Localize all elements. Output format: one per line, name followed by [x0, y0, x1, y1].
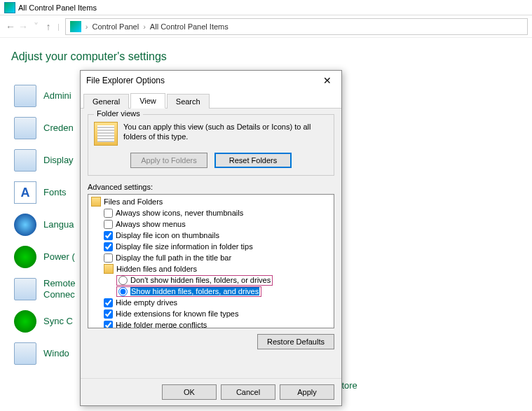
cancel-button[interactable]: Cancel: [221, 384, 275, 400]
checkbox-label: Display the full path in the title bar: [116, 253, 231, 262]
item-label: Fonts: [43, 187, 67, 198]
up-button[interactable]: ↑: [42, 21, 55, 32]
window-titlebar: All Control Panel Items: [0, 0, 532, 15]
tree-checkbox-item[interactable]: Hide folder merge conflicts: [88, 319, 334, 328]
globe-icon: [14, 214, 36, 236]
radio-show-hidden[interactable]: Show hidden files, folders, and drives: [88, 286, 334, 297]
folder-views-group: Folder views You can apply this view (su…: [88, 114, 334, 176]
control-panel-icon: [4, 2, 15, 13]
checkbox-input[interactable]: [104, 253, 113, 263]
item-label: Sync C: [43, 316, 73, 327]
dialog-titlebar[interactable]: File Explorer Options ✕: [81, 71, 341, 90]
restore-defaults-button[interactable]: Restore Defaults: [257, 334, 334, 349]
recent-dropdown[interactable]: ˅: [29, 21, 42, 32]
checkbox-label: Hide empty drives: [116, 298, 177, 307]
radio-label: Show hidden files, folders, and drives: [130, 287, 259, 295]
checkbox-input[interactable]: [104, 298, 113, 307]
tree-checkbox-item[interactable]: Always show menus: [88, 218, 334, 230]
generic-icon: [14, 117, 36, 139]
navigation-bar: ← → ˅ ↑ | › Control Panel › All Control …: [0, 15, 532, 38]
green-icon: [14, 310, 36, 333]
item-label: RemoteConnec: [43, 278, 76, 300]
ok-button[interactable]: OK: [162, 384, 217, 400]
tree-checkbox-item[interactable]: Display file icon on thumbnails: [88, 230, 334, 241]
advanced-settings-tree[interactable]: Files and Folders Always show icons, nev…: [88, 194, 334, 328]
dialog-body: Folder views You can apply this view (su…: [81, 109, 341, 354]
radio-input[interactable]: [118, 287, 128, 296]
item-label: Windo: [43, 348, 69, 359]
tab-strip: General View Search: [81, 90, 341, 109]
item-label: Creden: [43, 123, 74, 134]
addressbar-icon: [70, 21, 81, 32]
group-label: Folder views: [94, 109, 143, 118]
file-explorer-options-dialog: File Explorer Options ✕ General View Sea…: [80, 70, 342, 406]
checkbox-label: Display file icon on thumbnails: [116, 231, 219, 239]
reset-folders-button[interactable]: Reset Folders: [214, 153, 292, 168]
apply-button[interactable]: Apply: [280, 384, 334, 400]
tab-view[interactable]: View: [130, 93, 165, 109]
tree-checkbox-item[interactable]: Hide extensions for known file types: [88, 308, 334, 319]
checkbox-label: Always show menus: [116, 220, 186, 228]
checkbox-input[interactable]: [104, 220, 113, 229]
checkbox-label: Always show icons, never thumbnails: [116, 209, 243, 217]
breadcrumb-root[interactable]: Control Panel: [90, 22, 142, 31]
forward-button[interactable]: →: [17, 21, 29, 32]
checkbox-input[interactable]: [104, 309, 113, 319]
checkbox-label: Hide folder merge conflicts: [116, 321, 207, 328]
back-button[interactable]: ←: [4, 21, 17, 32]
tree-checkbox-item[interactable]: Hide empty drives: [88, 297, 334, 308]
font-icon: A: [14, 181, 36, 204]
tree-hidden-group: Hidden files and folders: [88, 263, 334, 274]
folder-views-text: You can apply this view (such as Details…: [123, 122, 328, 142]
radio-dont-show-hidden[interactable]: Don't show hidden files, folders, or dri…: [88, 274, 334, 286]
checkbox-input[interactable]: [104, 231, 113, 240]
radio-label: Don't show hidden files, folders, or dri…: [130, 276, 271, 284]
page-title: Adjust your computer's settings: [0, 38, 532, 70]
tree-root: Files and Folders: [88, 196, 334, 207]
tree-checkbox-item[interactable]: Display file size information in folder …: [88, 241, 334, 252]
crumb-sep-icon: ›: [142, 22, 147, 31]
close-icon[interactable]: ✕: [319, 75, 336, 86]
apply-to-folders-button[interactable]: Apply to Folders: [130, 153, 207, 168]
folder-icon: [104, 264, 114, 274]
checkbox-input[interactable]: [104, 209, 113, 218]
item-label: Langua: [43, 219, 74, 230]
generic-icon: [14, 149, 36, 172]
tree-root-label: Files and Folders: [104, 197, 163, 206]
folder-icon: [91, 197, 101, 207]
dialog-footer: OK Cancel Apply: [81, 378, 341, 405]
tree-checkbox-item[interactable]: Always show icons, never thumbnails: [88, 207, 334, 218]
item-label: Admini: [43, 90, 71, 102]
checkbox-input[interactable]: [104, 321, 113, 329]
tab-search[interactable]: Search: [167, 94, 210, 109]
generic-icon: [14, 342, 36, 365]
checkbox-input[interactable]: [104, 242, 113, 251]
tree-hidden-label: Hidden files and folders: [116, 265, 197, 273]
dialog-title: File Explorer Options: [86, 76, 165, 85]
checkbox-label: Hide extensions for known file types: [116, 309, 238, 318]
generic-icon: [14, 85, 36, 107]
crumb-sep-icon: ›: [84, 22, 90, 31]
folder-views-icon: [94, 122, 118, 146]
item-label: Power (: [43, 251, 75, 263]
radio-input[interactable]: [118, 276, 128, 285]
tree-checkbox-item[interactable]: Display the full path in the title bar: [88, 252, 334, 263]
advanced-settings-label: Advanced settings:: [88, 183, 334, 191]
window-title: All Control Panel Items: [18, 4, 97, 12]
checkbox-label: Display file size information in folder …: [116, 242, 253, 251]
item-label: Display: [43, 155, 74, 166]
breadcrumb-current[interactable]: All Control Panel Items: [147, 22, 231, 31]
generic-icon: [14, 278, 36, 300]
green-icon: [14, 246, 36, 268]
nav-separator: |: [57, 22, 60, 31]
address-bar[interactable]: › Control Panel › All Control Panel Item…: [65, 18, 528, 35]
tab-general[interactable]: General: [83, 94, 129, 109]
